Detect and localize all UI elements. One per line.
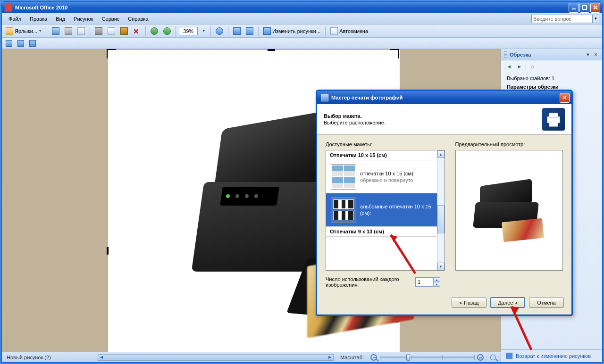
dialog-footer: < Назад Далее > Отмена bbox=[317, 292, 571, 314]
view-toolbar bbox=[2, 38, 602, 49]
crop-handle-tm[interactable] bbox=[268, 49, 275, 51]
rotate-right-button[interactable] bbox=[244, 26, 255, 36]
menu-picture[interactable]: Рисунок bbox=[70, 15, 97, 23]
help-search-input[interactable] bbox=[531, 15, 593, 23]
layouts-label: Доступные макеты: bbox=[326, 141, 445, 147]
copy-icon bbox=[108, 27, 115, 35]
mail-icon bbox=[77, 27, 85, 35]
return-link[interactable]: Возврат к изменению рисунков bbox=[516, 353, 591, 359]
zoom-out-icon[interactable] bbox=[370, 354, 377, 361]
zoom-dropdown[interactable]: ▼ bbox=[199, 26, 208, 36]
taskpane-titlebar[interactable]: Обрезка ▼ ✕ bbox=[501, 49, 602, 60]
zoom-input[interactable] bbox=[179, 27, 198, 35]
cut-button[interactable] bbox=[93, 26, 104, 36]
scroll-up-button[interactable]: ▲ bbox=[437, 150, 445, 158]
usage-input[interactable] bbox=[415, 277, 433, 287]
taskpane-title: Обрезка bbox=[510, 52, 583, 58]
help-button[interactable] bbox=[214, 26, 225, 36]
taskpane-close-button[interactable]: ✕ bbox=[593, 51, 599, 58]
svg-rect-3 bbox=[549, 113, 558, 118]
scroll-left-button[interactable]: ◀ bbox=[98, 355, 105, 360]
scrollbar-thumb[interactable] bbox=[437, 205, 445, 233]
dialog-header: Выбор макета. Выберите расположение. bbox=[317, 104, 571, 135]
layout-item-portrait[interactable]: отпечатки 10 x 15 (см): обрезано и повер… bbox=[326, 160, 437, 193]
crop-handle-lm[interactable] bbox=[107, 247, 109, 255]
redo-button[interactable] bbox=[161, 26, 173, 36]
dialog-close-button[interactable]: ✕ bbox=[560, 93, 570, 103]
shortcuts-button[interactable]: Ярлыки...▼ bbox=[4, 26, 44, 36]
delete-button[interactable]: ✕ bbox=[131, 26, 143, 36]
usage-spinner: ▲ ▼ bbox=[415, 277, 440, 287]
zoom-in-icon[interactable] bbox=[477, 354, 484, 361]
usage-up-button[interactable]: ▲ bbox=[433, 277, 440, 282]
statusbar: Новый рисунок (2) ◀ ▶ Масштаб: bbox=[2, 352, 501, 362]
back-button[interactable]: < Назад bbox=[452, 297, 487, 308]
window-title: Microsoft Office 2010 bbox=[15, 5, 569, 10]
copy-button[interactable] bbox=[106, 26, 117, 36]
menu-view[interactable]: Вид bbox=[52, 15, 69, 23]
layout-item-landscape[interactable]: альбомные отпечатки 10 x 15 (см): bbox=[326, 193, 437, 226]
paste-icon bbox=[120, 27, 128, 35]
autocorrect-button[interactable]: Автозамена bbox=[328, 26, 370, 36]
taskpane-home-button[interactable]: ⌂ bbox=[528, 62, 537, 71]
horizontal-scrollbar[interactable]: ◀ ▶ bbox=[98, 354, 334, 361]
help-icon bbox=[216, 27, 223, 35]
layout-group-1: Отпечатки 10 x 15 (см) bbox=[326, 150, 437, 160]
taskpane-menu-button[interactable]: ▼ bbox=[585, 51, 591, 58]
taskpane-grip-icon[interactable] bbox=[504, 51, 507, 58]
svg-rect-1 bbox=[583, 6, 587, 9]
crop-handle-tr[interactable] bbox=[390, 49, 399, 58]
paste-button[interactable] bbox=[118, 26, 130, 36]
minimize-button[interactable] bbox=[569, 3, 579, 13]
menu-tools[interactable]: Сервис bbox=[98, 15, 124, 23]
crop-handle-tl[interactable] bbox=[107, 49, 116, 58]
mail-button[interactable] bbox=[76, 26, 87, 36]
usage-down-button[interactable]: ▼ bbox=[433, 282, 440, 287]
dialog-body: Доступные макеты: Отпечатки 10 x 15 (см)… bbox=[317, 135, 571, 292]
taskpane-forward-button[interactable]: ► bbox=[515, 62, 524, 71]
save-button[interactable] bbox=[50, 26, 61, 36]
taskpane-back-button[interactable]: ◄ bbox=[505, 62, 513, 71]
layouts-scrollbar[interactable]: ▲ ▼ bbox=[437, 150, 445, 270]
undo-button[interactable] bbox=[149, 26, 160, 36]
single-view-icon bbox=[29, 40, 36, 47]
menu-help[interactable]: Справка bbox=[124, 15, 152, 23]
preview-image bbox=[471, 180, 547, 241]
scroll-right-button[interactable]: ▶ bbox=[327, 355, 333, 360]
undo-icon bbox=[151, 27, 158, 35]
rotate-left-icon bbox=[233, 27, 241, 35]
zoom-fit-icon[interactable] bbox=[490, 355, 496, 360]
rotate-left-button[interactable] bbox=[231, 26, 243, 36]
picture-icon bbox=[263, 27, 271, 35]
thumbnail-view-button[interactable] bbox=[4, 39, 14, 48]
single-view-button[interactable] bbox=[27, 39, 38, 48]
edit-pictures-button[interactable]: Изменить рисунки... bbox=[261, 26, 322, 36]
maximize-button[interactable] bbox=[579, 3, 589, 13]
titlebar: Microsoft Office 2010 bbox=[2, 2, 602, 13]
menu-file[interactable]: Файл bbox=[5, 15, 25, 23]
dialog-title: Мастер печати фотографий bbox=[331, 95, 560, 100]
close-button[interactable] bbox=[590, 3, 600, 13]
cancel-button[interactable]: Отмена bbox=[529, 297, 564, 308]
scroll-down-button[interactable]: ▼ bbox=[437, 263, 445, 270]
help-search-dropdown[interactable]: ▼ bbox=[593, 15, 599, 23]
next-button[interactable]: Далее > bbox=[490, 297, 525, 308]
rotate-right-icon bbox=[246, 27, 253, 35]
dialog-titlebar[interactable]: Мастер печати фотографий ✕ bbox=[317, 91, 571, 104]
dialog-icon bbox=[321, 94, 328, 101]
print-button[interactable] bbox=[63, 26, 74, 36]
usage-label: Число использований каждого изображения: bbox=[326, 276, 411, 288]
taskpane-nav: ◄ ► ⌂ bbox=[501, 60, 602, 73]
usage-row: Число использований каждого изображения:… bbox=[326, 276, 563, 288]
app-icon bbox=[5, 4, 12, 11]
zoom-slider-thumb[interactable] bbox=[406, 354, 410, 361]
layout-thumb-landscape-icon bbox=[331, 197, 356, 223]
filmstrip-view-button[interactable] bbox=[16, 39, 26, 48]
menu-edit[interactable]: Правка bbox=[26, 15, 51, 23]
redo-icon bbox=[163, 27, 171, 35]
layout-group-2: Отпечатки 9 x 13 (см) bbox=[326, 226, 437, 237]
print-icon bbox=[65, 27, 72, 35]
zoom-slider[interactable] bbox=[380, 356, 474, 358]
svg-rect-0 bbox=[572, 8, 576, 9]
standard-toolbar: Ярлыки...▼ ✕ ▼ Изменить рисунки... Автоз… bbox=[2, 25, 602, 38]
